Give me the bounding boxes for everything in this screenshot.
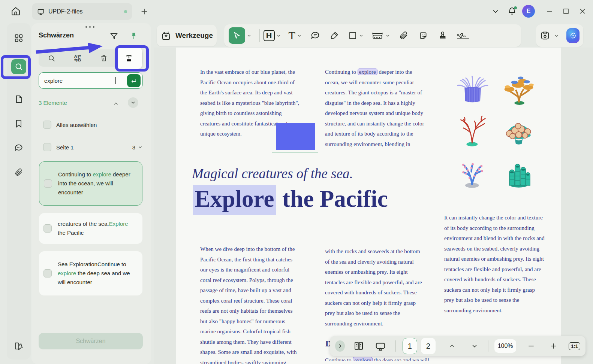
highlight-tool-dropdown[interactable]: [276, 33, 281, 38]
plus-icon: [140, 7, 148, 16]
stamp-tool-button[interactable]: [438, 31, 448, 40]
chevron-down-icon: [130, 100, 136, 106]
sticker-tool-button[interactable]: [418, 31, 428, 40]
rail-reader-mode-button[interactable]: [11, 339, 26, 354]
tools-menu-label: Werkzeuge: [175, 31, 213, 40]
presentation-button[interactable]: [375, 340, 386, 352]
paragraph-right: It can instantly change the color and te…: [444, 213, 545, 316]
signature-tool-button[interactable]: [456, 30, 470, 41]
avatar: E: [522, 5, 535, 18]
filter-icon: [110, 32, 118, 40]
chevron-down-icon: [276, 33, 281, 38]
comment-icon: [14, 143, 24, 153]
page-1-checkbox[interactable]: [43, 143, 51, 151]
zoom-level[interactable]: 100%: [494, 339, 516, 353]
minimize-button[interactable]: [541, 3, 558, 19]
panel-drag-handle[interactable]: [83, 24, 97, 30]
pen-tool-button[interactable]: [329, 31, 339, 40]
chevron-right-icon: [337, 343, 343, 349]
select-tool-dropdown[interactable]: [247, 33, 252, 38]
save-group: [536, 24, 583, 47]
open-book-icon: [13, 341, 24, 352]
filter-button[interactable]: [110, 32, 118, 40]
expand-bar-button[interactable]: [335, 340, 345, 352]
annotation-toolbar: H T: [224, 24, 521, 47]
chevron-down-icon: [471, 342, 478, 350]
page-1-button[interactable]: 1: [403, 338, 417, 354]
next-page-button[interactable]: [471, 342, 478, 350]
annotation-arrow: [34, 40, 106, 57]
rail-pages-button[interactable]: [11, 92, 26, 107]
save-dropdown[interactable]: [554, 33, 559, 38]
redact-apply-button[interactable]: Schwärzen: [39, 333, 143, 349]
select-all-checkbox[interactable]: [43, 121, 51, 129]
measure-tool-button[interactable]: [371, 30, 384, 41]
chevron-down-icon: [554, 33, 559, 38]
maximize-icon: [563, 8, 569, 15]
search-result-item[interactable]: creatures of the sea.Explore the Pacific: [39, 213, 142, 244]
next-result-button[interactable]: [128, 97, 138, 108]
chevron-down-icon: [297, 33, 302, 38]
minus-icon: [527, 342, 535, 350]
notifications-button[interactable]: [504, 3, 520, 19]
pin-icon: [130, 32, 138, 40]
save-button[interactable]: [540, 30, 550, 41]
result-1-checkbox[interactable]: [44, 179, 52, 188]
title-highlight: Explore: [193, 185, 276, 215]
text-tool-button[interactable]: T: [289, 29, 295, 42]
chevron-down-icon: [385, 33, 390, 38]
page-2-button[interactable]: 2: [421, 338, 436, 354]
rail-comments-button[interactable]: [11, 140, 26, 155]
presenter-icon: [375, 340, 386, 352]
chevron-down-icon: [492, 7, 499, 15]
collapse-toolbar-button[interactable]: [487, 3, 504, 19]
redaction-rectangle[interactable]: [276, 123, 315, 150]
coral-image-tree: [496, 68, 542, 109]
rail-attachments-button[interactable]: [11, 165, 26, 180]
chevron-down-icon[interactable]: [138, 145, 143, 150]
pin-button[interactable]: [130, 32, 138, 40]
attach-tool-button[interactable]: [399, 31, 409, 40]
two-page-view-button[interactable]: [353, 340, 364, 352]
monitor-icon: [37, 8, 45, 15]
new-tab-button[interactable]: [139, 7, 149, 16]
select-tool-button[interactable]: [229, 27, 245, 44]
search-result-item[interactable]: Sea ExplorationContinue to explore the d…: [39, 251, 142, 295]
previous-result-button[interactable]: [112, 100, 121, 107]
text-tool-dropdown[interactable]: [297, 33, 302, 38]
zoom-in-button[interactable]: [550, 342, 557, 350]
close-button[interactable]: [574, 3, 591, 19]
result-3-checkbox[interactable]: [43, 269, 52, 277]
search-result-item[interactable]: Continuing to explore deeper into the oc…: [39, 161, 142, 206]
shape-tool-dropdown[interactable]: [359, 33, 364, 38]
page-navigation-bar: 1 2 100% 1:1: [330, 336, 586, 356]
coral-image-mushroom: [496, 109, 542, 151]
account-button[interactable]: E: [520, 3, 537, 19]
document-tab[interactable]: UPDF-2-files: [32, 3, 132, 20]
redaction-selection[interactable]: [272, 119, 318, 152]
highlight-tool-button[interactable]: H: [264, 30, 275, 41]
rail-apps-button[interactable]: [11, 31, 26, 46]
paragraph-top-mid: Continuing to explore deeper into the oc…: [325, 67, 425, 149]
measure-tool-dropdown[interactable]: [385, 33, 390, 38]
chevron-up-icon: [448, 342, 456, 350]
highlighter-pen-icon: [329, 31, 339, 40]
result-2-checkbox[interactable]: [43, 224, 52, 233]
previous-page-button[interactable]: [448, 342, 456, 350]
actual-size-button[interactable]: 1:1: [569, 342, 580, 350]
search-submit-button[interactable]: [127, 74, 141, 87]
search-input[interactable]: [39, 78, 118, 84]
ai-sparkle-icon: [568, 31, 578, 40]
ai-assistant-button[interactable]: [566, 28, 580, 43]
comment-lines-icon: [310, 30, 320, 41]
tools-menu-button[interactable]: Werkzeuge: [157, 25, 217, 46]
comment-tool-button[interactable]: [310, 30, 320, 41]
document-viewport[interactable]: In the vast embrace of our blue planet, …: [154, 48, 593, 364]
maximize-button[interactable]: [558, 3, 574, 19]
rail-bookmarks-button[interactable]: [11, 116, 26, 131]
select-all-label: Alles auswählen: [56, 122, 97, 128]
home-button[interactable]: [9, 4, 22, 18]
zoom-out-button[interactable]: [527, 342, 535, 350]
shape-tool-button[interactable]: [348, 31, 357, 40]
title-bar: UPDF-2-files E: [0, 0, 593, 22]
